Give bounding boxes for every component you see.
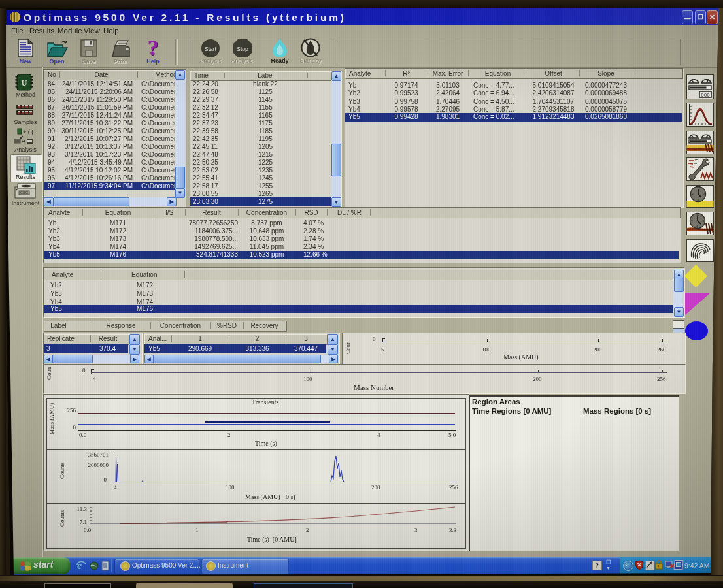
svg-text:U: U [21,78,27,88]
svg-text:Stop: Stop [237,46,248,52]
svg-text:+ ( (: + ( ( [23,129,33,135]
svg-text:12: 12 [696,214,700,217]
svg-text:000: 000 [701,93,710,98]
svg-text:!: ! [658,564,659,569]
svg-text:Start: Start [205,46,217,52]
svg-text:GBC: GBC [20,191,28,195]
svg-text:12: 12 [697,187,701,190]
